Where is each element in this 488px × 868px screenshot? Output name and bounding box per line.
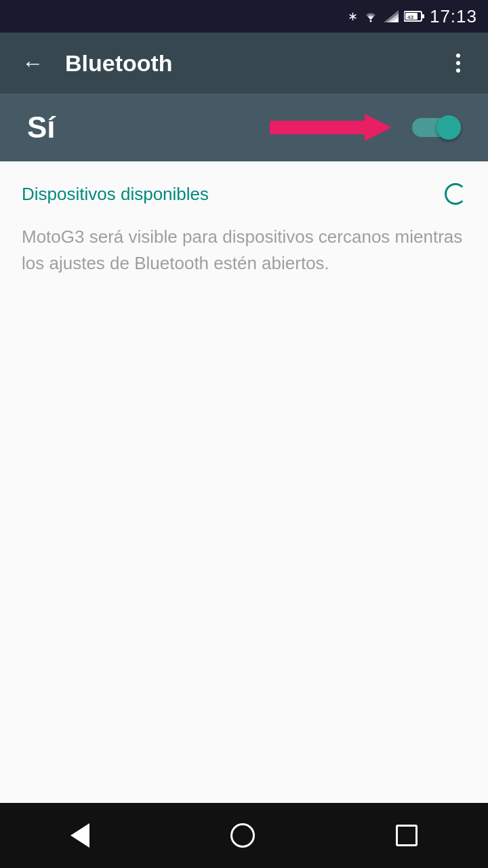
content-area: Dispositivos disponibles MotoG3 será vis… xyxy=(0,161,488,803)
description-text: MotoG3 será visible para dispositivos ce… xyxy=(22,224,466,277)
bluetooth-icon: ∗ xyxy=(348,9,358,24)
recents-nav-icon xyxy=(396,825,418,846)
wifi-icon xyxy=(363,10,378,22)
home-nav-icon xyxy=(230,823,255,848)
status-bar: ∗ 43 17:13 xyxy=(0,0,488,33)
back-button[interactable]: ← xyxy=(16,45,49,81)
toolbar: ← Bluetooth xyxy=(0,33,488,94)
signal-icon xyxy=(384,10,399,22)
svg-text:43: 43 xyxy=(407,14,413,20)
loading-spinner xyxy=(445,183,466,205)
bluetooth-toggle-row: Sí xyxy=(0,94,488,161)
section-header: Dispositivos disponibles xyxy=(22,183,466,205)
section-title: Dispositivos disponibles xyxy=(22,184,209,205)
red-arrow-indicator xyxy=(270,107,392,148)
bluetooth-status-label: Sí xyxy=(27,111,270,144)
nav-recents-button[interactable] xyxy=(369,816,445,854)
page-title: Bluetooth xyxy=(65,50,428,77)
back-nav-icon xyxy=(70,823,89,848)
svg-point-0 xyxy=(369,20,371,22)
overflow-menu-button[interactable] xyxy=(445,54,472,73)
navigation-bar xyxy=(0,803,488,868)
nav-home-button[interactable] xyxy=(203,815,282,856)
menu-dot-2 xyxy=(456,61,460,65)
status-icons: ∗ 43 17:13 xyxy=(348,6,477,27)
menu-dot-3 xyxy=(456,68,460,73)
nav-back-button[interactable] xyxy=(43,815,117,856)
svg-rect-6 xyxy=(422,14,424,18)
svg-marker-9 xyxy=(270,114,392,141)
menu-dot-1 xyxy=(456,54,460,58)
status-time: 17:13 xyxy=(430,6,477,27)
battery-icon: 43 xyxy=(404,10,424,22)
arrow-svg xyxy=(270,107,392,148)
toggle-thumb xyxy=(436,115,461,140)
bluetooth-toggle[interactable] xyxy=(412,115,461,140)
